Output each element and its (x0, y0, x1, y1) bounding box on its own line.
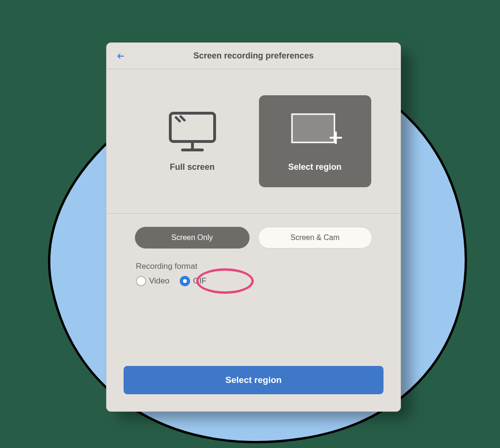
pill-label: Screen Only (171, 233, 213, 242)
recording-format-label: Recording format (136, 262, 372, 271)
capture-mode-full-screen[interactable]: Full screen (136, 95, 249, 187)
capture-mode-label: Select region (288, 162, 342, 172)
select-region-button[interactable]: Select region (124, 366, 383, 394)
svg-line-4 (176, 117, 180, 121)
button-label: Select region (225, 375, 282, 385)
radio-label: Video (149, 276, 169, 286)
monitor-icon (167, 110, 218, 153)
source-option-row: Screen Only Screen & Cam (107, 214, 400, 249)
primary-action-area: Select region (107, 366, 400, 411)
recording-format-section: Recording format Video GIF (107, 249, 400, 286)
source-option-screen-only[interactable]: Screen Only (135, 227, 250, 249)
panel-header: Screen recording preferences (107, 43, 400, 69)
radio-icon (136, 276, 146, 286)
svg-rect-6 (292, 114, 334, 142)
region-select-icon (287, 110, 343, 153)
preferences-panel: Screen recording preferences Full screen… (106, 42, 401, 412)
svg-line-5 (181, 116, 184, 120)
arrow-left-icon (117, 52, 125, 60)
format-option-video[interactable]: Video (136, 276, 169, 286)
radio-label: GIF (193, 276, 206, 286)
radio-icon (180, 276, 190, 286)
recording-format-options: Video GIF (136, 276, 372, 286)
pill-label: Screen & Cam (291, 233, 340, 242)
panel-title: Screen recording preferences (193, 51, 314, 61)
capture-mode-row: Full screen Select region (107, 69, 400, 214)
format-option-gif[interactable]: GIF (180, 276, 206, 286)
back-button[interactable] (115, 50, 126, 62)
source-option-screen-and-cam[interactable]: Screen & Cam (258, 227, 373, 249)
capture-mode-select-region[interactable]: Select region (259, 95, 371, 187)
capture-mode-label: Full screen (170, 162, 215, 172)
